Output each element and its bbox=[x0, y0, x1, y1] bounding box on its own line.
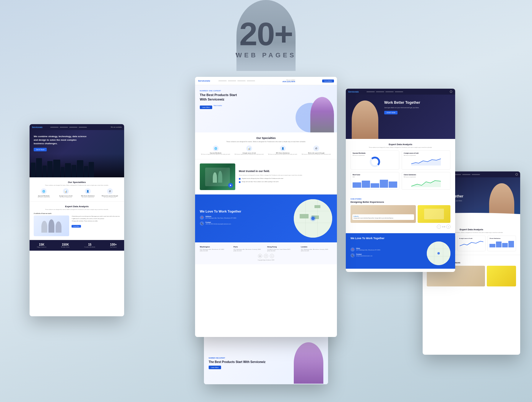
rt-navbar: Servicewiz bbox=[346, 89, 455, 95]
rb-bar-1 bbox=[489, 244, 495, 248]
map-preview bbox=[294, 199, 332, 238]
rb-bars bbox=[489, 240, 514, 247]
left-analytics-title: Expert Data Analysts bbox=[34, 205, 120, 208]
play-btn[interactable] bbox=[228, 183, 233, 188]
rt-hero-btn[interactable]: START NOW bbox=[384, 111, 398, 114]
bottom-person bbox=[294, 342, 323, 384]
right-top-mockup[interactable]: Servicewiz Work Better Together Just typ… bbox=[346, 89, 455, 272]
rt-card-4-title: Clients Satisfaction bbox=[404, 174, 448, 176]
spec-4-text: We focus on requirements bbox=[100, 197, 120, 198]
spec-item-3: 👤 99% Clients Satisfaction We focus on r… bbox=[78, 188, 98, 198]
linkedin-preview: Linked in Just type what's on your mind … bbox=[352, 214, 414, 220]
left-hero-btn[interactable]: Get In Touch bbox=[34, 148, 47, 151]
center-hero: NUMBER ONE EXPERT The Best Products Star… bbox=[195, 85, 337, 132]
rt-contact-text: info@contactdomainname.com bbox=[356, 255, 372, 257]
trusted-dot-2 bbox=[239, 181, 241, 183]
center-chart-icon: 📊 bbox=[246, 145, 252, 151]
center-mockup[interactable]: Servicewiz We are available +818 (123) 9… bbox=[195, 77, 337, 337]
rb-bar-chart bbox=[489, 240, 514, 247]
rb-design-img-2 bbox=[487, 266, 516, 286]
yellow-img-inner bbox=[418, 205, 450, 223]
rb-dot-4 bbox=[472, 174, 480, 175]
svg-point-9 bbox=[310, 215, 316, 221]
rt-card-source: A single source of truth We focus on req… bbox=[402, 150, 450, 170]
left-nav-dots bbox=[50, 127, 87, 128]
learn-more-btn[interactable]: Learn More bbox=[72, 225, 81, 228]
left-hero-title: We combine strategy, technology, data sc… bbox=[34, 135, 87, 145]
rb-search-icon[interactable] bbox=[515, 173, 518, 176]
rb-card-3: Clients Satisfaction bbox=[487, 236, 516, 251]
rt-card-2-desc: We focus on requirements bbox=[404, 155, 448, 156]
office-person-2 bbox=[218, 171, 222, 183]
rt-address: Inbox 2267 Washington Ave, Westchester N… bbox=[356, 247, 380, 251]
city-london-title: London bbox=[301, 246, 332, 248]
center-address-item: 📍 Address 2267 Washington Ave. New Haven… bbox=[200, 215, 290, 220]
rt-case-badge: CASE STUDIES bbox=[351, 198, 450, 200]
center-how-it-works[interactable]: How it works bbox=[214, 104, 222, 109]
linkedin-text: Just type what's on your mind and we'll … bbox=[353, 218, 413, 219]
center-consultation-btn[interactable]: Consultation bbox=[322, 80, 334, 82]
center-spec-3-text: We focus on requirements and objectives … bbox=[267, 154, 299, 155]
city-washington: Washington 2267 Washington Ave, Westches… bbox=[200, 246, 231, 252]
spec-item-1: 🌐 Operated Worldwide We focus on require… bbox=[34, 188, 54, 198]
spec-2-text: We focus on requirements bbox=[56, 197, 76, 198]
spec-3-text: We focus on requirements bbox=[78, 197, 98, 198]
rb-search bbox=[515, 173, 518, 176]
city-skyline bbox=[30, 157, 124, 177]
bar-1 bbox=[353, 182, 361, 188]
prev-arrow[interactable]: ‹ bbox=[437, 225, 441, 229]
center-nav-dots bbox=[218, 80, 255, 81]
twitter-icon[interactable]: t bbox=[270, 254, 274, 258]
analytics-text: • Data helps you be more being more Data… bbox=[72, 215, 120, 236]
center-globe-icon: 🌐 bbox=[213, 145, 219, 151]
line-chart-2-svg bbox=[404, 179, 448, 187]
center-learn-more-btn[interactable]: Learn More bbox=[200, 106, 212, 109]
user-icon: 👤 bbox=[85, 188, 91, 194]
nav-dot-home bbox=[218, 80, 227, 81]
rt-card-1-title: Operated Worldwide bbox=[353, 153, 397, 154]
analytics-image bbox=[34, 215, 69, 236]
trusted-text-2: Design with real data. These solutions a… bbox=[242, 181, 279, 182]
center-spec-2-text: We focus on requirements and objectives … bbox=[233, 154, 265, 155]
trusted-point-1: Organize access all apps by heart. Woke … bbox=[239, 178, 332, 180]
trusted-dot-1 bbox=[239, 178, 241, 180]
line-chart-2 bbox=[404, 179, 448, 188]
bottom-title: The Best Products Start With Servicewiz bbox=[209, 360, 294, 364]
mockups-container: Servicewiz We are available bbox=[0, 65, 532, 390]
stat-num-3: 15 bbox=[84, 243, 95, 246]
svg-rect-7 bbox=[314, 205, 320, 208]
left-mockup[interactable]: Servicewiz We are available bbox=[30, 124, 124, 316]
clock-icon: ⏱ bbox=[107, 188, 113, 194]
rt-address-item: 📍 Inbox 2267 Washington Ave, Westchester… bbox=[351, 247, 424, 252]
city-london-text: 4517 Washington Ave, Manchester, Kentuck… bbox=[301, 249, 332, 252]
office-scene bbox=[205, 168, 230, 186]
rt-nav-dots bbox=[366, 91, 403, 92]
footer-copyright: Copyright @go-freelancer 2020 bbox=[200, 259, 332, 261]
rt-search-icon[interactable] bbox=[449, 90, 453, 93]
bottom-cta-btn[interactable]: Learn More bbox=[209, 366, 221, 369]
bar-2 bbox=[362, 181, 370, 188]
page-indicator: 1 / 2 bbox=[442, 226, 445, 228]
rt-nav-dot-1 bbox=[366, 91, 375, 92]
center-footer: Washington 2267 Washington Ave, Westches… bbox=[195, 242, 337, 264]
rt-analytics-title: Expert Data Analysts bbox=[351, 143, 450, 146]
page-subtitle: WEB PAGES bbox=[0, 51, 532, 59]
next-arrow[interactable]: › bbox=[446, 225, 450, 229]
rt-hero-title: Work Better Together bbox=[384, 100, 420, 105]
linkedin-logo: Linked in bbox=[353, 215, 413, 217]
city-paris: Paris 4517 Washington Ave, Manchester, K… bbox=[233, 246, 265, 252]
center-specialties: Our Specialties These solutions are desi… bbox=[195, 132, 337, 159]
office-person-1 bbox=[213, 172, 217, 183]
footer-cities: Washington 2267 Washington Ave, Westches… bbox=[200, 246, 332, 252]
analytics-pt-2: • Lighthouse for outstanding. Our work i… bbox=[72, 218, 120, 219]
rt-card-operated: Operated Worldwide We focus on requireme… bbox=[351, 150, 399, 170]
facebook-icon[interactable]: f bbox=[264, 254, 268, 258]
instagram-icon[interactable]: in bbox=[258, 254, 262, 258]
left-analytics: Expert Data Analysts These solutions are… bbox=[30, 202, 124, 240]
spec-item-2: 📊 A single source of truth We focus on r… bbox=[56, 188, 76, 198]
globe-icon: 🌐 bbox=[41, 188, 47, 194]
stat-num-1: 15K bbox=[37, 243, 46, 246]
stat-label-1: Happy Customers bbox=[37, 246, 46, 248]
person-shape-3 bbox=[56, 221, 61, 233]
center-contact-title: We Love To Work Together bbox=[200, 210, 290, 213]
